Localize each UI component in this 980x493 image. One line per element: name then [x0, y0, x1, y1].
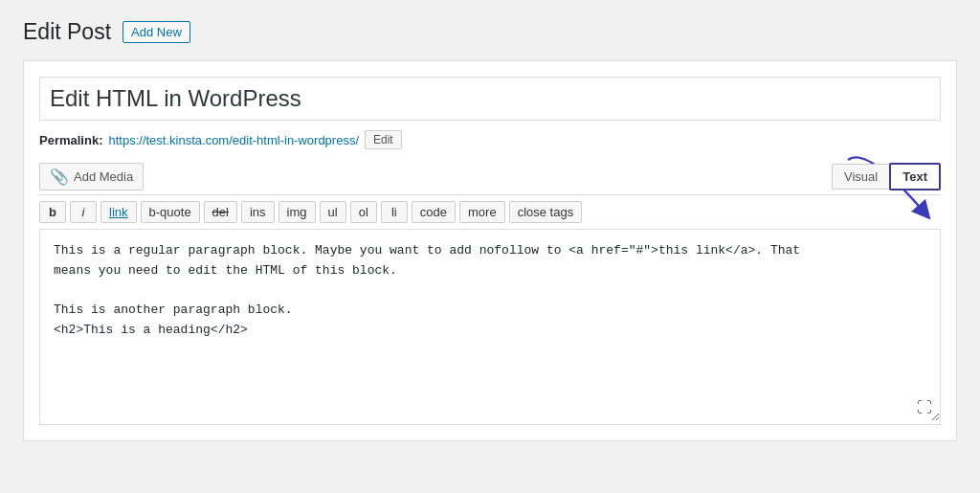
- add-media-label: Add Media: [74, 169, 133, 184]
- tab-visual[interactable]: Visual: [832, 164, 889, 190]
- format-bar: b i link b-quote del ins img ul ol li co…: [39, 194, 941, 230]
- format-code-button[interactable]: code: [412, 201, 456, 223]
- format-li-button[interactable]: li: [381, 201, 408, 223]
- edit-permalink-button[interactable]: Edit: [365, 130, 402, 149]
- format-bold-button[interactable]: b: [39, 201, 66, 223]
- format-italic-button[interactable]: i: [70, 201, 97, 223]
- format-img-button[interactable]: img: [278, 201, 316, 223]
- editor-area-wrapper: This is a regular paragraph block. Maybe…: [39, 230, 941, 425]
- permalink-label: Permalink:: [39, 133, 102, 147]
- format-ul-button[interactable]: ul: [320, 201, 346, 223]
- toolbar-row: 📎 Add Media Visual Text: [39, 163, 941, 190]
- media-icon: 📎: [50, 168, 69, 186]
- format-link-button[interactable]: link: [100, 201, 137, 223]
- permalink-row: Permalink: https://test.kinsta.com/edit-…: [39, 130, 941, 149]
- page-header: Edit Post Add New: [23, 19, 957, 45]
- permalink-link[interactable]: https://test.kinsta.com/edit-html-in-wor…: [108, 133, 359, 147]
- page-title: Edit Post: [23, 19, 111, 45]
- expand-icon[interactable]: ⛶: [917, 399, 932, 416]
- add-media-button[interactable]: 📎 Add Media: [39, 163, 144, 190]
- format-more-button[interactable]: more: [459, 201, 505, 223]
- editor-textarea[interactable]: This is a regular paragraph block. Maybe…: [40, 230, 940, 421]
- format-del-button[interactable]: del: [204, 201, 237, 223]
- format-close-tags-button[interactable]: close tags: [509, 201, 583, 223]
- view-tabs: Visual Text: [832, 163, 941, 190]
- tab-text[interactable]: Text: [889, 163, 941, 190]
- post-title-input[interactable]: [39, 77, 941, 121]
- format-bquote-button[interactable]: b-quote: [141, 201, 200, 223]
- editor-container: Permalink: https://test.kinsta.com/edit-…: [23, 60, 957, 441]
- format-ol-button[interactable]: ol: [350, 201, 377, 223]
- format-ins-button[interactable]: ins: [241, 201, 275, 223]
- add-new-button[interactable]: Add New: [122, 21, 190, 43]
